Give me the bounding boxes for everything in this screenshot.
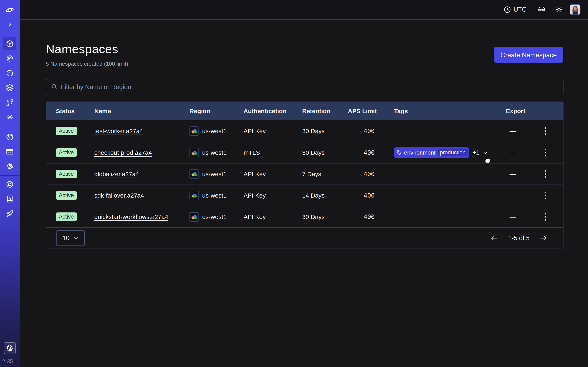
tag-expand-chevron-icon[interactable] — [482, 150, 488, 156]
retention-label: 14 Days — [302, 192, 348, 199]
filter-placeholder: Filter by Name or Region — [61, 83, 131, 91]
gcp-region-icon — [190, 191, 199, 200]
namespace-row[interactable]: Active globalizer.a27a4 us-west1 API Key… — [46, 163, 563, 184]
page-size-value: 10 — [62, 234, 69, 242]
retention-label: 30 Days — [302, 128, 348, 134]
export-value: — — [506, 192, 541, 199]
namespace-link[interactable]: quickstart-workflows.a27a4 — [94, 213, 168, 220]
auth-label: API Key — [243, 213, 302, 220]
region-label: us-west1 — [202, 171, 227, 178]
auth-label: API Key — [243, 171, 302, 178]
row-menu-kebab-icon[interactable] — [541, 213, 550, 221]
sidebar-item-schedules[interactable] — [0, 66, 20, 81]
auth-label: API Key — [243, 128, 302, 134]
main-content: Namespaces 5 Namespaces created (100 lim… — [20, 20, 588, 367]
region-label: us-west1 — [202, 128, 227, 134]
labs-glasses-icon[interactable] — [537, 6, 546, 14]
row-menu-kebab-icon[interactable] — [541, 127, 550, 135]
prev-page-arrow[interactable] — [490, 234, 498, 242]
status-badge: Active — [56, 127, 77, 135]
filter-input[interactable]: Filter by Name or Region — [46, 79, 563, 95]
aps-limit-value: 400 — [348, 170, 394, 178]
pagination-range: 1-5 of 5 — [508, 234, 530, 242]
row-menu-kebab-icon[interactable] — [541, 170, 550, 178]
table-header: StatusNameRegionAuthenticationRetentionA… — [46, 102, 563, 120]
column-header: APS Limit — [348, 108, 394, 115]
app-version: 2.35.1 — [0, 359, 20, 365]
namespaces-table: StatusNameRegionAuthenticationRetentionA… — [46, 101, 563, 249]
column-header: Tags — [394, 108, 506, 115]
status-badge: Active — [56, 170, 77, 178]
tag-value: production — [438, 149, 468, 156]
namespace-row[interactable]: Active sdk-failover.a27a4 us-west1 API K… — [46, 184, 563, 206]
status-badge: Active — [56, 212, 77, 221]
sidebar-item-namespaces[interactable] — [0, 36, 20, 51]
create-namespace-button[interactable]: Create Namespace — [494, 47, 563, 63]
region-label: us-west1 — [202, 149, 227, 156]
retention-label: 30 Days — [302, 149, 348, 156]
namespace-link[interactable]: sdk-failover.a27a4 — [94, 192, 144, 199]
aps-limit-value: 400 — [348, 213, 394, 220]
tag-chip[interactable]: environmentproduction — [394, 147, 469, 158]
gcp-region-icon — [190, 126, 199, 136]
column-header: Region — [190, 108, 243, 115]
export-value: — — [506, 213, 541, 220]
sidebar-divider — [0, 175, 20, 175]
sidebar-item-usage[interactable] — [0, 130, 20, 144]
topbar: UTC — [20, 0, 588, 20]
tag-key: environment — [404, 150, 435, 156]
page-subtitle: 5 Namespaces created (100 limit) — [46, 61, 128, 67]
tag-more-count: +1 — [473, 149, 479, 156]
next-page-arrow[interactable] — [539, 234, 548, 242]
timezone-selector[interactable]: UTC — [504, 6, 527, 13]
column-header: Authentication — [243, 108, 302, 115]
export-value: — — [506, 149, 541, 156]
sidebar-item-services[interactable] — [0, 110, 20, 125]
row-menu-kebab-icon[interactable] — [541, 192, 550, 199]
chevron-down-icon — [73, 235, 78, 241]
sidebar-item-support[interactable] — [0, 177, 20, 192]
namespace-link[interactable]: test-worker.a27a4 — [94, 128, 143, 134]
mouse-cursor — [483, 155, 490, 164]
sidebar-item-workflows[interactable] — [0, 51, 20, 66]
temporal-logo-icon[interactable] — [0, 3, 20, 17]
sidebar-item-quickstart[interactable] — [0, 206, 20, 221]
sidebar-item-billing[interactable] — [0, 144, 20, 159]
timezone-label: UTC — [513, 6, 527, 13]
aps-limit-value: 400 — [348, 192, 394, 199]
column-header: Status — [56, 108, 94, 115]
sidebar-item-docs[interactable] — [0, 192, 20, 206]
export-value: — — [506, 128, 541, 134]
status-badge: Active — [56, 191, 77, 200]
gcp-region-icon — [190, 148, 199, 157]
sidebar: $ 2.35.1 — [0, 0, 20, 367]
namespace-row[interactable]: Active test-worker.a27a4 us-west1 API Ke… — [46, 120, 563, 142]
user-avatar[interactable] — [570, 4, 580, 15]
aps-limit-value: 400 — [348, 149, 394, 156]
retention-label: 7 Days — [302, 171, 348, 178]
export-value: — — [506, 171, 541, 178]
pagination: 10 1-5 of 5 — [46, 227, 563, 249]
theme-sun-icon[interactable] — [555, 6, 563, 13]
row-menu-kebab-icon[interactable] — [541, 149, 550, 156]
tag-icon — [397, 150, 402, 155]
sidebar-item-settings[interactable] — [0, 159, 20, 174]
search-icon — [51, 83, 58, 91]
gcp-region-icon — [190, 212, 199, 222]
namespace-row[interactable]: Active quickstart-workflows.a27a4 us-wes… — [46, 206, 563, 227]
namespace-link[interactable]: checkout-prod.a27a4 — [94, 149, 152, 156]
page-size-select[interactable]: 10 — [56, 230, 85, 246]
gcp-region-icon — [190, 169, 199, 179]
region-label: us-west1 — [202, 213, 227, 220]
clock-icon — [504, 6, 511, 13]
auth-label: mTLS — [243, 149, 302, 156]
sidebar-collapse-chevron-icon[interactable] — [0, 17, 20, 32]
column-header: Name — [94, 108, 190, 115]
svg-text:$: $ — [9, 346, 11, 350]
usage-cost-button[interactable]: $ — [4, 342, 16, 354]
retention-label: 30 Days — [302, 213, 348, 220]
aps-limit-value: 400 — [348, 127, 394, 134]
sidebar-item-deployments[interactable] — [0, 81, 20, 95]
namespace-link[interactable]: globalizer.a27a4 — [94, 171, 139, 177]
sidebar-item-nexus[interactable] — [0, 95, 20, 110]
